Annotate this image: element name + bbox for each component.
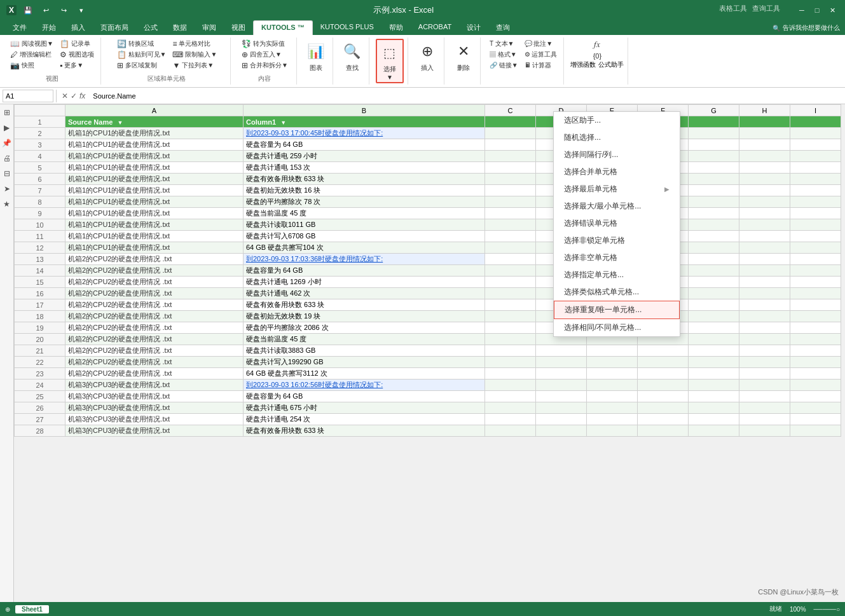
cell-B4[interactable]: 硬盘共计通电 259 小时 xyxy=(244,151,485,162)
cell-A2[interactable]: 机箱1的CPU1的硬盘使用情况.txt xyxy=(65,128,244,139)
cell-B20[interactable]: 硬盘当前温度 45 度 xyxy=(244,334,485,345)
formula-input[interactable] xyxy=(90,90,842,102)
menu-similar-format[interactable]: 选择类似格式单元格... xyxy=(554,284,680,301)
cell-B15[interactable]: 硬盘共计通电 1269 小时 xyxy=(244,277,485,288)
save-btn[interactable]: 💾 xyxy=(22,4,34,17)
btn-calc-tool[interactable]: ⚙ 运算工具 xyxy=(522,50,560,60)
add-sheet-btn[interactable]: ⊕ xyxy=(5,606,10,606)
cell-B10[interactable]: 硬盘共计读取1011 GB xyxy=(244,219,485,231)
sidebar-print-icon[interactable]: 🖨 xyxy=(1,153,13,164)
btn-convert-region[interactable]: 🔄 转换区域 xyxy=(114,39,169,49)
cell-B16[interactable]: 硬盘共计通电 462 次 xyxy=(244,288,485,299)
tab-design[interactable]: 设计 xyxy=(459,20,488,35)
sidebar-nav-icon[interactable]: ⊞ xyxy=(1,107,13,118)
sidebar-pin-icon[interactable]: 📌 xyxy=(1,137,13,149)
cell-B9[interactable]: 硬盘当前温度 45 度 xyxy=(244,208,485,219)
tab-view[interactable]: 视图 xyxy=(224,20,253,35)
cell-A15[interactable]: 机箱2的CPU2的硬盘使用情况 .txt xyxy=(65,277,244,288)
btn-round[interactable]: ⊕ 四舍五入▼ xyxy=(239,50,291,60)
table-tools-tab[interactable]: 表格工具 xyxy=(719,4,747,17)
menu-select-helper[interactable]: 选区助手... xyxy=(554,112,680,129)
col-header-B[interactable]: B xyxy=(244,105,485,116)
btn-more[interactable]: ▪ 更多▼ xyxy=(57,60,97,71)
sidebar-arrow-icon[interactable]: ➤ xyxy=(1,183,13,195)
cell-A9[interactable]: 机箱1的CPU1的硬盘使用情况.txt xyxy=(65,208,244,219)
cell-B1[interactable]: Column1 ▼ xyxy=(244,116,485,128)
tab-query[interactable]: 查询 xyxy=(488,20,518,35)
menu-random-select[interactable]: 随机选择... xyxy=(554,129,680,146)
cell-B26[interactable]: 硬盘共计通电 675 小时 xyxy=(244,402,485,414)
close-btn[interactable]: ✕ xyxy=(826,4,839,17)
cell-B5[interactable]: 硬盘共计通电 153 次 xyxy=(244,162,485,174)
btn-formula-function[interactable]: {0} xyxy=(591,51,604,60)
cell-B7[interactable]: 硬盘初始无效块数 16 块 xyxy=(244,185,485,196)
cell-A12[interactable]: 机箱1的CPU1的硬盘使用情况.txt xyxy=(65,242,244,254)
cell-B24[interactable]: 到2023-09-03 16:02:56时硬盘使用情况如下: xyxy=(244,380,485,391)
btn-cell-compare[interactable]: ≡ 单元格对比 xyxy=(170,39,219,49)
btn-view-options[interactable]: ⚙ 视图选项 xyxy=(57,50,97,60)
menu-specific-cell[interactable]: 选择指定单元格... xyxy=(554,266,680,284)
filter-B-icon[interactable]: ▼ xyxy=(280,120,286,126)
col-header-C[interactable]: C xyxy=(485,105,536,116)
cell-A3[interactable]: 机箱1的CPU1的硬盘使用情况.txt xyxy=(65,139,244,151)
btn-dropdown-list[interactable]: ▼ 下拉列表▼ xyxy=(170,60,219,71)
menu-unlocked-cell[interactable]: 选择非锁定单元格 xyxy=(554,232,680,249)
cell-A19[interactable]: 机箱2的CPU2的硬盘使用情况 .txt xyxy=(65,322,244,334)
tab-acrobat[interactable]: ACROBAT xyxy=(411,20,459,35)
btn-calculator[interactable]: 🖩 计算器 xyxy=(522,60,560,71)
cell-A20[interactable]: 机箱2的CPU2的硬盘使用情况 .txt xyxy=(65,334,244,345)
col-header-A[interactable]: A xyxy=(65,105,244,116)
cell-B2[interactable]: 到2023-09-03 17:00:45时硬盘使用情况如下: xyxy=(244,128,485,139)
menu-last-cell[interactable]: 选择最后单元格 ▶ xyxy=(554,181,680,198)
btn-to-actual[interactable]: 💱 转为实际值 xyxy=(239,39,291,49)
zoom-slider[interactable]: ─────○ xyxy=(814,606,840,606)
menu-nonempty-cell[interactable]: 选择非空单元格 xyxy=(554,249,680,266)
cancel-formula-icon[interactable]: ✕ xyxy=(62,92,68,100)
btn-formula-helper[interactable]: 𝑓𝑥 xyxy=(591,39,603,50)
btn-note[interactable]: 💬 批注▼ xyxy=(522,39,560,49)
maximize-btn[interactable]: □ xyxy=(811,4,823,17)
tab-file[interactable]: 文件 xyxy=(5,20,34,35)
btn-chart[interactable]: 📊 图表 xyxy=(303,39,329,74)
cell-B18[interactable]: 硬盘初始无效块数 19 块 xyxy=(244,311,485,322)
cell-A10[interactable]: 机箱1的CPU1的硬盘使用情况.txt xyxy=(65,219,244,231)
menu-error-cell[interactable]: 选择错误单元格 xyxy=(554,215,680,232)
sidebar-expand-icon[interactable]: ▶ xyxy=(1,122,13,133)
spreadsheet-area[interactable]: A B C D E F G H I 1 Source Name ▼ xyxy=(14,104,845,606)
tab-insert[interactable]: 插入 xyxy=(64,20,93,35)
cell-B13[interactable]: 到2023-09-03 17:03:36时硬盘使用情况如下: xyxy=(244,254,485,265)
cell-B23[interactable]: 64 GB 硬盘共擦写3112 次 xyxy=(244,368,485,380)
cell-A22[interactable]: 机箱2的CPU2的硬盘使用情况 .txt xyxy=(65,357,244,368)
menu-max-min-cell[interactable]: 选择最大/最小单元格... xyxy=(554,198,680,215)
cell-A17[interactable]: 机箱2的CPU2的硬盘使用情况 .txt xyxy=(65,299,244,311)
search-ribbon[interactable]: 告诉我你想要做什么 xyxy=(783,24,840,32)
btn-insert[interactable]: ⊕ 插入 xyxy=(415,39,440,74)
cell-B28[interactable]: 硬盘有效备用块数 633 块 xyxy=(244,425,485,437)
btn-read-view[interactable]: 📖 阅读视图▼ xyxy=(8,39,56,49)
btn-merge-split[interactable]: ⊞ 合并和拆分▼ xyxy=(239,60,291,71)
cell-reference[interactable]: A1 xyxy=(3,90,53,102)
cell-A21[interactable]: 机箱2的CPU2的硬盘使用情况 .txt xyxy=(65,345,244,357)
minimize-btn[interactable]: ─ xyxy=(795,4,808,17)
cell-A23[interactable]: 机箱2的CPU2的硬盘使用情况 .txt xyxy=(65,368,244,380)
cell-B27[interactable]: 硬盘共计通电 254 次 xyxy=(244,414,485,425)
btn-delete[interactable]: ✕ 删除 xyxy=(451,39,476,74)
menu-merged-cell[interactable]: 选择合并单元格 xyxy=(554,163,680,181)
menu-duplicate-unique[interactable]: 选择重复/唯一单元格... xyxy=(554,301,680,319)
confirm-formula-icon[interactable]: ✓ xyxy=(71,92,77,100)
filter-A-icon[interactable]: ▼ xyxy=(117,120,123,126)
cell-B22[interactable]: 硬盘共计写入199290 GB xyxy=(244,357,485,368)
cell-A7[interactable]: 机箱1的CPU1的硬盘使用情况.txt xyxy=(65,185,244,196)
btn-find[interactable]: 🔍 查找 xyxy=(340,39,365,74)
query-tools-tab[interactable]: 查询工具 xyxy=(752,4,780,17)
tab-kutools-plus[interactable]: KUTOOLS PLUS xyxy=(313,20,381,35)
cell-A4[interactable]: 机箱1的CPU1的硬盘使用情况.txt xyxy=(65,151,244,162)
tab-review[interactable]: 审阅 xyxy=(195,20,224,35)
cell-A24[interactable]: 机箱3的CPU3的硬盘使用情况.txt xyxy=(65,380,244,391)
custom-toolbar-btn[interactable]: ▾ xyxy=(75,4,88,17)
cell-B19[interactable]: 硬盘的平均擦除次 2086 次 xyxy=(244,322,485,334)
cell-A25[interactable]: 机箱3的CPU3的硬盘使用情况.txt xyxy=(65,391,244,402)
cell-B6[interactable]: 硬盘有效备用块数 633 块 xyxy=(244,174,485,185)
undo-btn[interactable]: ↩ xyxy=(39,4,52,17)
sheet-tab-sheet1[interactable]: Sheet1 xyxy=(15,605,49,606)
